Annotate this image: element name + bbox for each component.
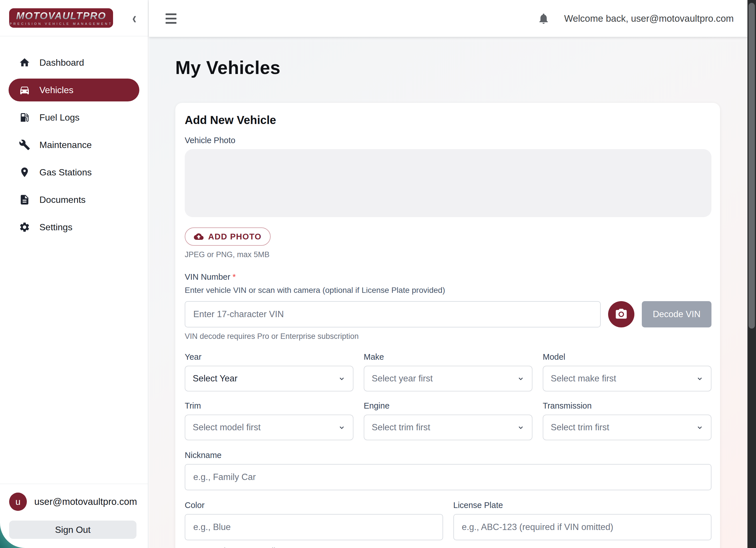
year-field: Year Select Year xyxy=(185,352,353,392)
year-label: Year xyxy=(185,352,353,362)
map-pin-icon xyxy=(19,166,30,178)
sidebar-item-label: Dashboard xyxy=(39,57,84,68)
transmission-select[interactable]: Select trim first xyxy=(543,415,711,440)
scrollbar-track[interactable] xyxy=(747,0,756,548)
chevron-down-icon xyxy=(337,423,346,432)
required-asterisk: * xyxy=(233,272,236,282)
page-content: My Vehicles Add New Vehicle Vehicle Phot… xyxy=(149,37,747,548)
user-row: u user@motovaultpro.com xyxy=(9,493,137,511)
sidebar-item-label: Maintenance xyxy=(39,140,92,150)
nickname-input[interactable] xyxy=(185,464,711,490)
gear-icon xyxy=(19,221,30,233)
sidebar-item-label: Fuel Logs xyxy=(39,112,80,123)
sidebar-item-label: Vehicles xyxy=(39,85,73,95)
photo-hint: JPEG or PNG, max 5MB xyxy=(185,250,711,259)
trim-select[interactable]: Select model first xyxy=(185,415,353,440)
scrollbar-thumb[interactable] xyxy=(749,3,755,329)
wrench-icon xyxy=(19,139,30,150)
form-title: Add New Vehicle xyxy=(185,114,711,126)
sidebar-item-settings[interactable]: Settings xyxy=(9,216,139,238)
vehicle-spec-grid: Year Select Year Make Select year first xyxy=(185,352,711,440)
user-email: user@motovaultpro.com xyxy=(34,496,137,507)
app-root: MOTOVAULTPRO PRECISION VEHICLE MANAGEMEN… xyxy=(0,0,756,548)
color-input[interactable] xyxy=(185,514,443,540)
camera-icon xyxy=(615,308,628,321)
vin-input[interactable] xyxy=(185,301,601,328)
chevron-down-icon xyxy=(695,374,704,383)
chevron-down-icon xyxy=(337,374,346,383)
license-plate-field: License Plate xyxy=(453,501,712,540)
vin-label: VIN Number* xyxy=(185,272,711,282)
add-vehicle-card: Add New Vehicle Vehicle Photo ADD PHOTO … xyxy=(175,103,720,548)
color-field: Color xyxy=(185,501,443,540)
sidebar-item-label: Settings xyxy=(39,222,73,232)
vin-row: Decode VIN xyxy=(185,301,711,328)
document-icon xyxy=(19,194,30,205)
transmission-label: Transmission xyxy=(543,401,711,411)
topbar: Welcome back, user@motovaultpro.com xyxy=(149,0,747,37)
vehicle-photo-label: Vehicle Photo xyxy=(185,136,711,145)
home-icon xyxy=(19,57,30,68)
sidebar-item-label: Gas Stations xyxy=(39,167,92,178)
sidebar-item-fuel-logs[interactable]: Fuel Logs xyxy=(9,106,139,129)
sidebar-item-gas-stations[interactable]: Gas Stations xyxy=(9,161,139,184)
vin-subscription-note: VIN decode requires Pro or Enterprise su… xyxy=(185,332,711,341)
model-field: Model Select make first xyxy=(543,352,711,392)
car-icon xyxy=(19,84,30,96)
scan-vin-camera-button[interactable] xyxy=(608,301,634,328)
make-select[interactable]: Select year first xyxy=(364,366,532,392)
fuel-pump-icon xyxy=(19,112,30,123)
sidebar-header: MOTOVAULTPRO PRECISION VEHICLE MANAGEMEN… xyxy=(0,0,148,36)
engine-label: Engine xyxy=(364,401,532,411)
nickname-field: Nickname xyxy=(185,451,711,490)
license-plate-input[interactable] xyxy=(453,514,712,540)
welcome-text: Welcome back, user@motovaultpro.com xyxy=(564,13,734,24)
make-field: Make Select year first xyxy=(364,352,532,392)
color-label: Color xyxy=(185,501,443,510)
page-title: My Vehicles xyxy=(175,57,747,78)
make-label: Make xyxy=(364,352,532,362)
sidebar-item-documents[interactable]: Documents xyxy=(9,188,139,211)
main-area: Welcome back, user@motovaultpro.com My V… xyxy=(149,0,747,548)
model-select[interactable]: Select make first xyxy=(543,366,711,392)
decode-vin-button[interactable]: Decode VIN xyxy=(642,301,711,328)
transmission-field: Transmission Select trim first xyxy=(543,401,711,440)
topbar-right: Welcome back, user@motovaultpro.com xyxy=(537,12,734,25)
chevron-down-icon xyxy=(516,423,525,432)
sidebar-item-dashboard[interactable]: Dashboard xyxy=(9,51,139,74)
model-label: Model xyxy=(543,352,711,362)
brand-logo: MOTOVAULTPRO PRECISION VEHICLE MANAGEMEN… xyxy=(9,8,113,28)
odometer-label: Current Odometer Reading xyxy=(185,547,711,548)
sidebar: MOTOVAULTPRO PRECISION VEHICLE MANAGEMEN… xyxy=(0,0,148,548)
sidebar-item-label: Documents xyxy=(39,194,86,205)
brand-name: MOTOVAULTPRO xyxy=(16,11,106,21)
trim-field: Trim Select model first xyxy=(185,401,353,440)
color-license-grid: Color License Plate xyxy=(185,501,711,540)
chevron-down-icon xyxy=(516,374,525,383)
sidebar-item-maintenance[interactable]: Maintenance xyxy=(9,133,139,156)
engine-field: Engine Select trim first xyxy=(364,401,532,440)
cloud-upload-icon xyxy=(194,232,204,241)
sidebar-collapse-button[interactable]: ‹ xyxy=(132,10,136,26)
add-photo-button[interactable]: ADD PHOTO xyxy=(185,227,271,246)
vehicle-photo-placeholder xyxy=(185,149,711,217)
chevron-left-icon: ‹ xyxy=(132,9,136,27)
trim-label: Trim xyxy=(185,401,353,411)
sidebar-item-vehicles[interactable]: Vehicles xyxy=(9,79,139,101)
hamburger-menu-icon[interactable] xyxy=(166,13,177,24)
brand-tagline: PRECISION VEHICLE MANAGEMENT xyxy=(10,22,113,25)
vin-description: Enter vehicle VIN or scan with camera (o… xyxy=(185,286,711,295)
sign-out-button[interactable]: Sign Out xyxy=(9,521,136,539)
year-select[interactable]: Select Year xyxy=(185,366,353,392)
engine-select[interactable]: Select trim first xyxy=(364,415,532,440)
add-photo-label: ADD PHOTO xyxy=(208,232,262,241)
sidebar-footer: u user@motovaultpro.com Sign Out xyxy=(0,484,148,548)
chevron-down-icon xyxy=(695,423,704,432)
sidebar-nav: Dashboard Vehicles Fuel Logs Maintenance… xyxy=(0,36,148,238)
notification-bell-icon[interactable] xyxy=(537,12,550,25)
license-plate-label: License Plate xyxy=(453,501,712,510)
avatar: u xyxy=(9,493,27,511)
nickname-label: Nickname xyxy=(185,451,711,460)
